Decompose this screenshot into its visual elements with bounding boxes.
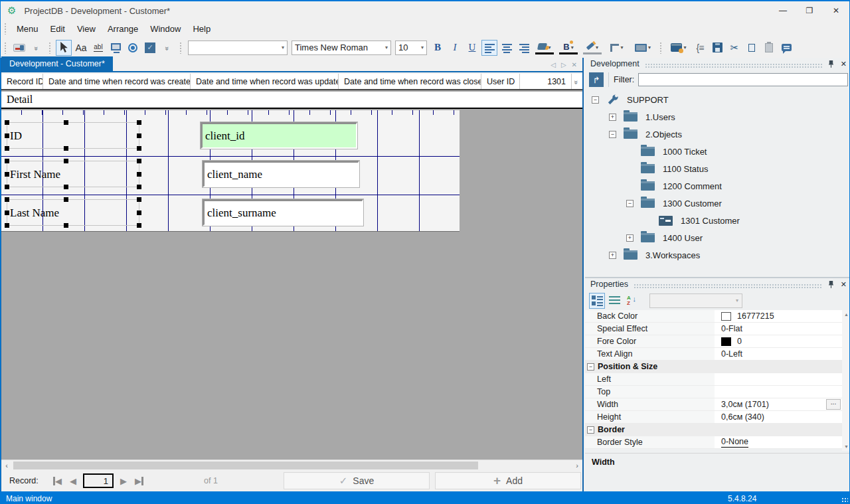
tools-overflow-button[interactable]: » bbox=[159, 40, 175, 56]
header-overflow-button[interactable]: » bbox=[572, 76, 582, 86]
design-surface[interactable]: ID client_id First Name bbox=[1, 110, 460, 232]
toolbar-grip[interactable] bbox=[48, 42, 52, 54]
menu-item-menu[interactable]: Menu bbox=[11, 21, 44, 37]
button-tool-button[interactable] bbox=[108, 40, 124, 56]
select-tool-button[interactable] bbox=[56, 40, 72, 56]
align-center-button[interactable] bbox=[499, 40, 515, 56]
selection-handle[interactable] bbox=[137, 146, 141, 151]
border-style-button[interactable]: ▾ bbox=[630, 40, 655, 56]
first-record-button[interactable]: ◀ bbox=[53, 476, 62, 486]
prop-value[interactable]: 0-Left bbox=[715, 348, 842, 360]
scroll-down-icon[interactable]: ▼ bbox=[842, 442, 850, 451]
font-color-button[interactable]: B▾ bbox=[557, 40, 580, 56]
selection-handle[interactable] bbox=[5, 185, 9, 189]
filter-input[interactable] bbox=[638, 73, 848, 86]
collapse-icon[interactable]: − bbox=[609, 131, 616, 138]
prop-value[interactable]: 16777215 bbox=[715, 310, 842, 322]
selection-handle[interactable] bbox=[64, 197, 68, 202]
textbox-tool-button[interactable]: abl bbox=[90, 40, 106, 56]
sort-az-button[interactable]: AZ bbox=[624, 293, 639, 309]
collapse-icon[interactable]: − bbox=[587, 363, 594, 371]
tree-item-workspaces[interactable]: + 3.Workspaces bbox=[585, 246, 850, 264]
prop-row-border-style[interactable]: Border Style 0-None bbox=[585, 436, 842, 449]
tree-item-1300-customer[interactable]: − 1300 Customer bbox=[585, 195, 850, 212]
list-view-button[interactable] bbox=[606, 293, 622, 309]
italic-button[interactable]: I bbox=[447, 40, 463, 56]
code-button[interactable]: {≡ bbox=[692, 40, 708, 56]
panel-close-icon[interactable]: ✕ bbox=[841, 60, 847, 68]
property-select-combo[interactable]: ▾ bbox=[649, 294, 742, 308]
prop-value[interactable] bbox=[715, 373, 842, 385]
prop-row-left[interactable]: Left bbox=[585, 373, 842, 386]
tab-development-customer[interactable]: Development - Customer* bbox=[1, 56, 113, 71]
column-closed[interactable]: Date and time when record was closed bbox=[339, 74, 481, 89]
fill-color-button[interactable]: ▾ bbox=[533, 40, 556, 56]
selection-rect[interactable]: First Name bbox=[7, 161, 139, 187]
minimize-button[interactable]: — bbox=[770, 2, 796, 19]
selection-handle[interactable] bbox=[5, 146, 9, 151]
selection-handle[interactable] bbox=[64, 185, 68, 189]
add-record-button[interactable]: +Add bbox=[435, 472, 581, 489]
scroll-up-icon[interactable]: ▲ bbox=[842, 310, 850, 319]
scroll-right-icon[interactable]: › bbox=[572, 462, 582, 469]
prop-row-back-color[interactable]: Back Color 16777215 bbox=[585, 310, 842, 323]
categorized-view-button[interactable] bbox=[589, 293, 605, 309]
prop-value[interactable]: 0 bbox=[715, 335, 842, 347]
selection-handle[interactable] bbox=[64, 223, 68, 228]
tab-scroll-right-icon[interactable]: ▷ bbox=[561, 61, 566, 68]
prop-value[interactable]: 3,0см (1701)... bbox=[715, 398, 842, 410]
scroll-left-icon[interactable]: ‹ bbox=[1, 462, 12, 469]
record-view-button[interactable] bbox=[11, 40, 27, 56]
selection-handle[interactable] bbox=[5, 172, 9, 177]
prop-value[interactable]: 0,6см (340) bbox=[715, 411, 842, 423]
bold-button[interactable]: B bbox=[430, 40, 446, 56]
selection-handle[interactable] bbox=[5, 210, 9, 215]
prop-row-fore-color[interactable]: Fore Color 0 bbox=[585, 335, 842, 348]
previous-record-button[interactable]: ◀ bbox=[70, 476, 76, 486]
expand-icon[interactable]: + bbox=[609, 252, 616, 259]
selection-handle[interactable] bbox=[64, 146, 68, 151]
style-combo[interactable]: ▾ bbox=[188, 41, 288, 55]
prop-group-position-size[interactable]: − Position & Size bbox=[585, 361, 842, 373]
next-record-button[interactable]: ▶ bbox=[120, 476, 127, 486]
tree-item-1400-user[interactable]: + 1400 User bbox=[585, 229, 850, 246]
toolbar-grip[interactable] bbox=[179, 42, 183, 54]
detail-band-header[interactable]: Detail bbox=[1, 92, 582, 109]
selection-handle[interactable] bbox=[5, 133, 9, 138]
prop-value[interactable]: 0-None bbox=[715, 436, 842, 448]
tree-item-1000-ticket[interactable]: 1000 Ticket bbox=[585, 143, 850, 160]
collapse-icon[interactable]: − bbox=[587, 426, 594, 434]
field-label[interactable]: ID bbox=[10, 123, 22, 149]
align-left-button[interactable] bbox=[481, 40, 497, 56]
prop-row-text-align[interactable]: Text Align 0-Left bbox=[585, 348, 842, 361]
menu-item-view[interactable]: View bbox=[71, 21, 102, 37]
toolbar-grip[interactable] bbox=[4, 42, 7, 54]
tab-scroll-left-icon[interactable]: ◁ bbox=[551, 61, 556, 68]
prop-row-height[interactable]: Height 0,6см (340) bbox=[585, 411, 842, 424]
expand-icon[interactable]: + bbox=[609, 114, 616, 121]
selection-handle[interactable] bbox=[137, 210, 141, 215]
save-record-button[interactable]: ✓Save bbox=[284, 472, 430, 489]
collapse-icon[interactable]: − bbox=[592, 96, 599, 104]
prop-value[interactable]: 0-Flat bbox=[715, 323, 842, 335]
collapse-icon[interactable]: − bbox=[626, 200, 634, 207]
selection-handle[interactable] bbox=[137, 159, 141, 163]
field-label[interactable]: Last Name bbox=[10, 200, 59, 226]
checkbox-tool-button[interactable]: ✓ bbox=[142, 40, 158, 56]
column-user-id[interactable]: User ID bbox=[481, 74, 520, 89]
selection-handle[interactable] bbox=[5, 120, 9, 125]
selection-handle[interactable] bbox=[137, 197, 141, 202]
selection-handle[interactable] bbox=[5, 197, 9, 202]
selection-handle[interactable] bbox=[64, 120, 68, 125]
radio-tool-button[interactable] bbox=[125, 40, 141, 56]
paste-button[interactable] bbox=[761, 40, 777, 56]
panel-close-icon[interactable]: ✕ bbox=[841, 280, 847, 289]
toolbar-grip[interactable] bbox=[659, 42, 663, 54]
selection-handle[interactable] bbox=[137, 185, 141, 189]
selection-handle[interactable] bbox=[137, 172, 141, 177]
field-label[interactable]: First Name bbox=[10, 161, 60, 188]
highlight-button[interactable]: ▾ bbox=[581, 40, 604, 56]
selection-handle[interactable] bbox=[137, 223, 141, 228]
prop-row-top[interactable]: Top bbox=[585, 386, 842, 398]
ellipsis-button[interactable]: ... bbox=[826, 399, 841, 410]
